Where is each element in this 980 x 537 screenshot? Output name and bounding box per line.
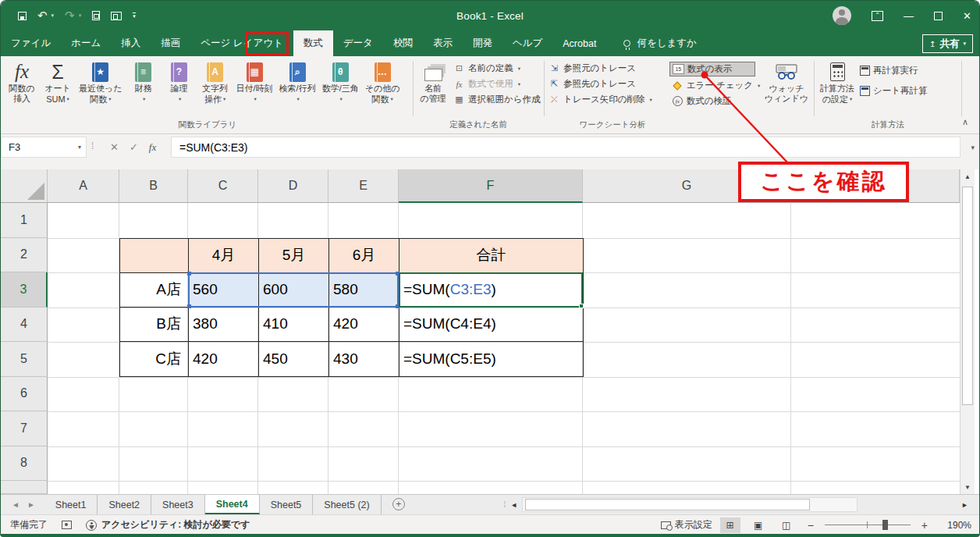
calculate-sheet-button[interactable]: シート再計算 [858, 84, 930, 98]
sheet-tab-sheet4[interactable]: Sheet4 [205, 495, 260, 514]
column-header-e[interactable]: E [328, 169, 399, 203]
zoom-in-icon[interactable]: + [918, 519, 931, 532]
confirm-entry-icon[interactable]: ✓ [130, 141, 138, 153]
close-button[interactable]: ✕ [963, 10, 971, 22]
cell-e3[interactable]: 580 [329, 273, 399, 308]
cell-e5[interactable]: 430 [329, 342, 399, 376]
account-avatar[interactable] [833, 6, 851, 25]
vertical-scroll-thumb[interactable] [962, 187, 973, 405]
zoom-slider[interactable] [825, 525, 911, 525]
row-header-1[interactable]: 1 [1, 203, 48, 238]
accessibility-status[interactable]: アクセシビリティ: 検討が必要です [86, 518, 250, 532]
scroll-up-icon[interactable]: ▲ [961, 169, 974, 183]
minimize-button[interactable]: — [904, 10, 914, 22]
hscroll-right-icon[interactable]: ► [957, 495, 973, 514]
hscroll-left-icon[interactable]: ◄ [506, 495, 522, 514]
formula-bar-splitter[interactable]: ⁞ [91, 140, 94, 151]
page-break-view-icon[interactable]: ◫ [776, 517, 797, 533]
sheet-tab-sheet3[interactable]: Sheet3 [151, 495, 205, 514]
cell-c3[interactable]: 560 [189, 273, 259, 308]
new-sheet-button[interactable]: + [392, 498, 405, 510]
horizontal-scrollbar[interactable] [522, 497, 858, 512]
formula-input[interactable]: =SUM(C3:E3) [171, 137, 960, 158]
tab-review[interactable]: 校閲 [383, 30, 423, 56]
tab-acrobat[interactable]: Acrobat [552, 30, 606, 56]
sheet-nav-left-icon[interactable]: ◄ [12, 500, 20, 509]
insert-function-fx-icon[interactable]: fx [149, 141, 156, 154]
column-header-d[interactable]: D [258, 169, 328, 203]
cell-d5[interactable]: 450 [259, 342, 329, 376]
zoom-out-icon[interactable]: − [804, 519, 817, 532]
tab-formulas[interactable]: 数式 [293, 30, 333, 56]
date-time-button[interactable]: ▦ 日付/時刻 ▾ [233, 56, 276, 105]
watch-window-button[interactable]: ウォッチ ウィンドウ [762, 56, 811, 108]
page-layout-view-icon[interactable]: ▣ [748, 517, 769, 533]
sheet-nav-right-icon[interactable]: ► [27, 500, 35, 509]
vertical-scrollbar[interactable]: ▲ ▼ [960, 169, 975, 494]
row-header-9-partial[interactable] [1, 481, 48, 494]
autosum-button[interactable]: Σ オート SUM▾ [40, 56, 76, 105]
sheet-tab-sheet1[interactable]: Sheet1 [44, 495, 98, 514]
create-from-selection-button[interactable]: ▦ 選択範囲から作成 [451, 93, 543, 106]
math-trig-button[interactable]: θ 数学/三角 ▾ [319, 56, 362, 105]
evaluate-formula-button[interactable]: fx 数式の検証 [669, 94, 755, 108]
cell-e2[interactable]: 6月 [329, 239, 399, 273]
cell-d4[interactable]: 410 [259, 308, 329, 342]
row-header-6[interactable]: 6 [1, 377, 48, 412]
cell-c5[interactable]: 420 [189, 342, 259, 376]
normal-view-icon[interactable]: ⊞ [720, 517, 740, 533]
use-in-formula-button[interactable]: fx 数式で使用 ▾ [451, 77, 543, 91]
define-name-button[interactable]: ⊡ 名前の定義 ▾ [451, 62, 543, 75]
cell-f4[interactable]: =SUM(C4:E4) [399, 308, 583, 342]
zoom-level[interactable]: 190% [939, 520, 971, 531]
tab-insert[interactable]: 挿入 [111, 30, 151, 56]
row-header-7[interactable]: 7 [1, 411, 48, 446]
maximize-button[interactable] [934, 12, 943, 20]
row-header-8[interactable]: 8 [1, 446, 48, 482]
remove-arrows-button[interactable]: ⤬ トレース矢印の削除 ▾ [546, 93, 669, 106]
more-functions-button[interactable]: … その他の 関数▾ [362, 56, 403, 105]
trace-dependents-button[interactable]: ⇱ 参照先のトレース [546, 77, 669, 91]
row-header-4[interactable]: 4 [1, 308, 48, 343]
display-settings-button[interactable]: 表示設定 [661, 518, 712, 532]
tab-file[interactable]: ファイル [1, 30, 61, 56]
tab-page-layout[interactable]: ページ レイアウト [190, 30, 293, 56]
column-header-f[interactable]: F [399, 169, 583, 203]
text-functions-button[interactable]: A 文字列 操作▾ [197, 56, 233, 105]
calculation-options-button[interactable]: 計算方法 の設定▾ [817, 56, 858, 105]
tell-me-box[interactable]: 何をしますか [623, 30, 696, 56]
ribbon-display-options-icon[interactable]: ⌃ [872, 11, 883, 21]
row-header-2[interactable]: 2 [1, 238, 48, 273]
cell-c4[interactable]: 380 [189, 308, 259, 342]
tab-help[interactable]: ヘルプ [502, 30, 552, 56]
insert-function-button[interactable]: fx 関数の 挿入 [4, 56, 40, 104]
sheet-tab-sheet2[interactable]: Sheet2 [98, 495, 151, 514]
horizontal-scroll-thumb[interactable] [525, 499, 810, 510]
cell-f3-active[interactable]: =SUM(C3:E3) [399, 273, 583, 308]
recent-functions-button[interactable]: ★ 最近使った 関数▾ [76, 56, 126, 105]
column-header-a[interactable]: A [48, 169, 119, 203]
scroll-down-icon[interactable]: ▼ [961, 480, 974, 494]
collapse-ribbon-icon[interactable]: ∧ [962, 117, 968, 127]
tab-home[interactable]: ホーム [61, 30, 111, 56]
column-header-c[interactable]: C [188, 169, 258, 203]
share-button[interactable]: ↥ 共有 ▾ [922, 34, 973, 53]
tab-view[interactable]: 表示 [423, 30, 463, 56]
logical-button[interactable]: ? 論理 ▾ [162, 56, 197, 105]
tab-draw[interactable]: 描画 [151, 30, 190, 56]
cell-b3[interactable]: A店 [120, 273, 189, 308]
error-checking-button[interactable]: エラー チェック ▾ [669, 79, 755, 92]
row-header-3[interactable]: 3 [1, 272, 48, 308]
tab-data[interactable]: データ [333, 30, 383, 56]
tab-developer[interactable]: 開発 [463, 30, 502, 56]
cell-d2[interactable]: 5月 [259, 239, 329, 273]
cell-b2[interactable] [120, 239, 189, 273]
cancel-entry-icon[interactable]: ✕ [110, 141, 119, 153]
sheet-tab-sheet5[interactable]: Sheet5 [260, 495, 314, 514]
column-header-b[interactable]: B [119, 169, 188, 203]
macro-record-icon[interactable] [62, 521, 72, 529]
cell-d3[interactable]: 600 [259, 273, 329, 308]
trace-precedents-button[interactable]: ⇲ 参照元のトレース [546, 62, 669, 75]
cell-e4[interactable]: 420 [329, 308, 399, 342]
sheet-tab-sheet5-2[interactable]: Sheet5 (2) [313, 495, 381, 514]
